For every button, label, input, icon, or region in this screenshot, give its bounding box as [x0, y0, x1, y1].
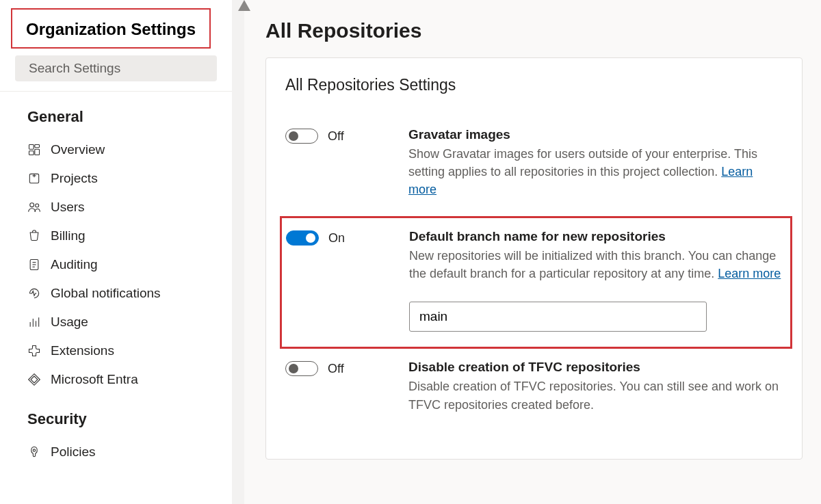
projects-icon — [27, 172, 41, 185]
toggle-default-branch[interactable] — [286, 230, 319, 246]
sidebar-item-usage[interactable]: Usage — [0, 308, 232, 336]
page-title: All Repositories — [265, 19, 821, 42]
highlight-default-branch: On Default branch name for new repositor… — [280, 216, 792, 349]
svg-rect-5 — [29, 151, 34, 155]
settings-card: All Repositories Settings Off Gravatar i… — [265, 57, 803, 460]
sidebar-item-label: Global notifications — [51, 286, 161, 301]
sidebar-item-users[interactable]: Users — [0, 193, 232, 222]
svg-point-7 — [30, 203, 34, 207]
sidebar-item-label: Usage — [51, 315, 88, 330]
default-branch-input[interactable] — [409, 302, 707, 332]
sidebar-title-highlight: Organization Settings — [11, 8, 211, 49]
usage-icon — [27, 315, 41, 329]
section-header-security: Security — [0, 394, 232, 438]
toggle-gravatar[interactable] — [285, 129, 318, 144]
sidebar: Organization Settings General Overview — [0, 0, 233, 504]
scroll-up-arrow-icon[interactable] — [238, 0, 250, 11]
setting-row-default-branch: On Default branch name for new repositor… — [286, 229, 782, 332]
sidebar-item-billing[interactable]: Billing — [0, 222, 232, 250]
extensions-icon — [27, 344, 41, 358]
sidebar-item-global-notifications[interactable]: Global notifications — [0, 279, 232, 308]
svg-rect-2 — [29, 145, 34, 150]
sidebar-item-label: Users — [51, 200, 85, 215]
learn-more-link[interactable]: Learn more — [718, 267, 781, 280]
setting-row-disable-tfvc: Off Disable creation of TFVC repositorie… — [285, 349, 783, 431]
setting-title: Gravatar images — [408, 127, 783, 142]
dashboard-icon — [27, 143, 41, 157]
sidebar-item-projects[interactable]: Projects — [0, 164, 232, 193]
notifications-icon — [27, 287, 41, 300]
nav-list-security: Policies — [0, 438, 232, 466]
sidebar-item-label: Projects — [51, 171, 98, 186]
setting-row-gravatar: Off Gravatar images Show Gravatar images… — [285, 116, 783, 216]
svg-point-8 — [36, 204, 39, 207]
toggle-label: On — [328, 231, 345, 246]
sidebar-item-label: Overview — [51, 142, 105, 157]
setting-description: Show Gravatar images for users outside o… — [408, 145, 783, 198]
setting-title: Default branch name for new repositories — [409, 229, 782, 244]
sidebar-item-label: Microsoft Entra — [51, 372, 138, 387]
scrollbar-track[interactable] — [232, 0, 244, 504]
nav-list-general: Overview Projects Users Billing — [0, 135, 232, 394]
toggle-disable-tfvc[interactable] — [285, 361, 318, 376]
sidebar-item-policies[interactable]: Policies — [0, 438, 232, 466]
main-content: All Repositories All Repositories Settin… — [233, 0, 821, 504]
billing-icon — [27, 229, 41, 243]
sidebar-item-overview[interactable]: Overview — [0, 135, 232, 164]
search-box[interactable] — [15, 55, 217, 81]
auditing-icon — [27, 258, 41, 271]
toggle-label: Off — [328, 129, 344, 144]
setting-title: Disable creation of TFVC repositories — [408, 360, 783, 375]
policies-icon — [27, 445, 41, 459]
sidebar-item-label: Auditing — [51, 257, 98, 272]
sidebar-item-label: Extensions — [51, 343, 114, 358]
sidebar-item-label: Billing — [51, 228, 86, 243]
toggle-label: Off — [328, 362, 344, 376]
setting-description: Disable creation of TFVC repositories. Y… — [408, 377, 783, 413]
search-input[interactable] — [29, 61, 210, 76]
entra-icon — [27, 373, 41, 386]
svg-point-17 — [33, 449, 35, 451]
svg-rect-3 — [35, 145, 40, 148]
setting-description: New repositories will be initialized wit… — [409, 247, 782, 282]
card-title: All Repositories Settings — [285, 76, 783, 94]
sidebar-item-label: Policies — [51, 445, 95, 460]
svg-rect-4 — [35, 149, 40, 155]
sidebar-title: Organization Settings — [12, 10, 209, 47]
sidebar-item-extensions[interactable]: Extensions — [0, 336, 232, 365]
users-icon — [27, 200, 41, 214]
sidebar-item-auditing[interactable]: Auditing — [0, 250, 232, 279]
section-header-general: General — [0, 92, 232, 135]
sidebar-item-entra[interactable]: Microsoft Entra — [0, 365, 232, 394]
